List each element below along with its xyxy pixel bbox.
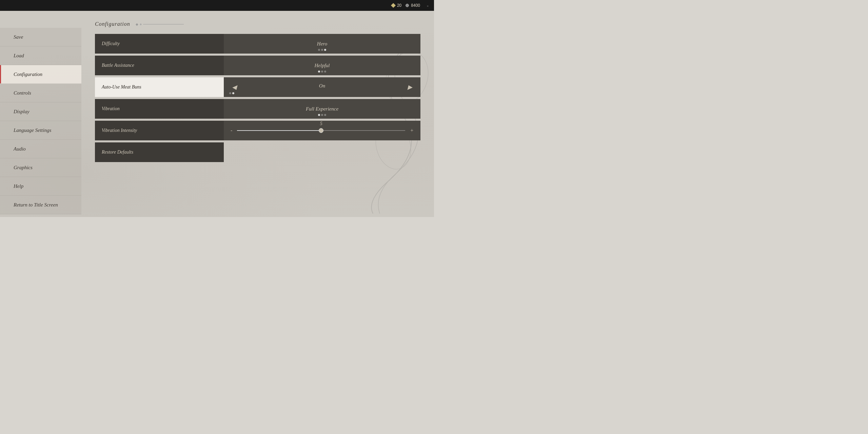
vibration-label: Vibration [95, 99, 224, 119]
battle-assistance-value[interactable]: Helpful [224, 56, 420, 75]
page-title-area: Configuration ◆ ◆ [95, 21, 420, 27]
dot-active [232, 92, 234, 94]
setting-row-vibration-intensity: Vibration Intensity - 5 + [95, 121, 420, 140]
sidebar-item-graphics[interactable]: Graphics [0, 158, 81, 177]
sidebar-label-load: Load [14, 53, 24, 59]
difficulty-label: Difficulty [95, 34, 224, 54]
arrow-left-button[interactable]: ◀ [229, 82, 239, 92]
dot [321, 114, 323, 116]
sidebar-label-save: Save [14, 34, 23, 40]
dot-active [318, 114, 320, 116]
slider-track[interactable]: 5 [237, 130, 405, 131]
sidebar-label-language-settings: Language Settings [14, 127, 51, 133]
circle-count: 8400 [411, 3, 420, 8]
sidebar-label-configuration: Configuration [14, 72, 42, 77]
slider-value-label: 5 [320, 121, 322, 126]
title-line [143, 24, 184, 24]
sidebar-label-display: Display [14, 109, 29, 115]
vibration-intensity-label: Vibration Intensity [95, 121, 224, 140]
dot [321, 49, 323, 51]
sidebar-item-language-settings[interactable]: Language Settings [0, 121, 81, 140]
sidebar-item-display[interactable]: Display [0, 102, 81, 121]
slider-thumb[interactable]: 5 [319, 128, 323, 133]
battle-assistance-dots [318, 71, 326, 73]
slider-minus-button[interactable]: - [229, 127, 234, 134]
sidebar-item-audio[interactable]: Audio [0, 140, 81, 158]
vibration-dots [318, 114, 326, 116]
dot-active [318, 71, 320, 73]
auto-use-meat-buns-value[interactable]: ◀ On ▶ [224, 77, 420, 97]
dot [229, 92, 231, 94]
sidebar-item-load[interactable]: Load [0, 46, 81, 65]
settings-container: Difficulty Hero Battle Assistance Helpfu… [95, 34, 420, 162]
sidebar-label-audio: Audio [14, 146, 26, 152]
dot-active [324, 49, 326, 51]
setting-row-difficulty: Difficulty Hero [95, 34, 420, 54]
vibration-intensity-value[interactable]: - 5 + [224, 121, 420, 140]
top-bar: 20 8400 » [0, 0, 434, 11]
expand-icon: » [427, 4, 429, 7]
setting-row-auto-use-meat-buns: Auto-Use Meat Buns ◀ On ▶ [95, 77, 420, 97]
setting-row-restore-defaults: Restore Defaults [95, 142, 420, 162]
vibration-value[interactable]: Full Experience [224, 99, 420, 119]
setting-row-vibration: Vibration Full Experience [95, 99, 420, 119]
sidebar: Save Load Configuration Controls Display… [0, 11, 81, 217]
dot [321, 71, 323, 73]
dot [324, 114, 326, 116]
deco-diamond-center: ◆ [140, 23, 142, 26]
sidebar-label-graphics: Graphics [14, 165, 33, 171]
restore-defaults-label[interactable]: Restore Defaults [95, 142, 224, 162]
deco-diamond-left: ◆ [136, 22, 138, 26]
sidebar-item-controls[interactable]: Controls [0, 84, 81, 102]
sidebar-item-help[interactable]: Help [0, 177, 81, 196]
currency-diamond: 20 [392, 3, 401, 8]
circle-icon [406, 4, 409, 7]
sidebar-label-return-to-title: Return to Title Screen [14, 202, 58, 208]
dot [318, 49, 320, 51]
sidebar-label-help: Help [14, 183, 23, 189]
setting-row-battle-assistance: Battle Assistance Helpful [95, 56, 420, 75]
main-content: Configuration ◆ ◆ Difficulty Hero [81, 11, 434, 217]
arrow-right-button[interactable]: ▶ [405, 82, 415, 92]
auto-use-dots [229, 92, 234, 94]
diamond-count: 20 [397, 3, 401, 8]
page-title: Configuration [95, 21, 130, 27]
sidebar-label-controls: Controls [14, 90, 31, 96]
sidebar-item-save[interactable]: Save [0, 28, 81, 46]
slider-container: - 5 + [224, 127, 420, 134]
currency-circle: 8400 [406, 3, 420, 8]
slider-plus-button[interactable]: + [409, 127, 415, 134]
dot [324, 71, 326, 73]
title-decoration: ◆ ◆ [136, 22, 184, 26]
sidebar-item-return-to-title[interactable]: Return to Title Screen [0, 196, 81, 214]
difficulty-value[interactable]: Hero [224, 34, 420, 54]
battle-assistance-label: Battle Assistance [95, 56, 224, 75]
slider-fill [237, 130, 321, 131]
sidebar-item-configuration[interactable]: Configuration [0, 65, 81, 84]
difficulty-dots [318, 49, 326, 51]
diamond-icon [391, 3, 396, 8]
auto-use-meat-buns-label: Auto-Use Meat Buns [95, 77, 224, 97]
